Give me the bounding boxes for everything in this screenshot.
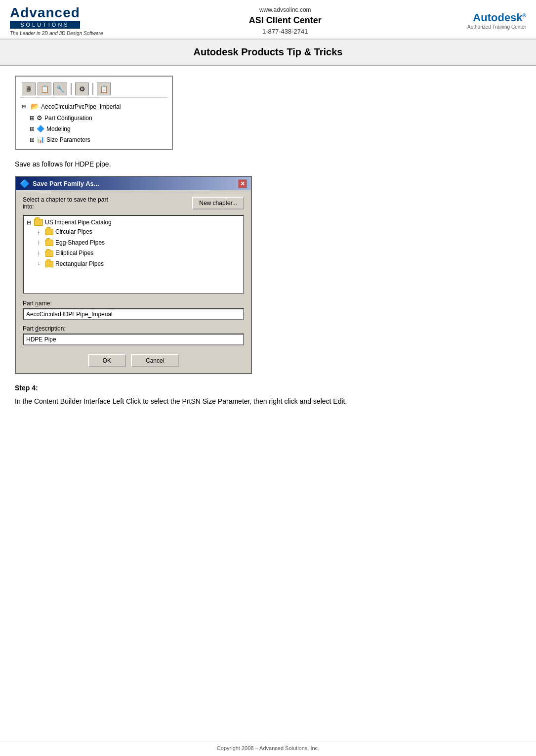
part-name-label: Part name: xyxy=(23,300,244,307)
dtree-child-label-elliptical: Elliptical Pipes xyxy=(55,248,93,259)
header-left: Advanced SOLUTIONS The Leader in 2D and … xyxy=(10,5,103,36)
dtree-root-label: US Imperial Pipe Catalog xyxy=(45,219,112,226)
dtree-children: ├ Circular Pipes ├ Egg-Shaped Pipes ├ El… xyxy=(27,227,240,269)
autodesk-sub: Authorized Training Center xyxy=(467,24,526,30)
tree-root-icon: 📂 xyxy=(31,101,39,113)
dtree-child-line-4: └ xyxy=(37,260,43,268)
website-url: www.advsolinc.com xyxy=(249,6,322,13)
instruction-text: Save as follows for HDPE pipe. xyxy=(15,160,521,168)
dtree-child-line-3: ├ xyxy=(37,250,43,257)
registered-mark: ® xyxy=(523,13,526,18)
dtree-child-line-2: ├ xyxy=(37,239,43,247)
dialog-footer: OK Cancel xyxy=(23,352,244,367)
dtree-root-folder-icon xyxy=(34,219,43,226)
tree-child-label-2: Modeling xyxy=(46,124,71,134)
footer-text: Copyright 2008 – Advanced Solutions, Inc… xyxy=(217,745,319,751)
tree-expand-icon: ⊟ xyxy=(22,102,29,111)
dialog-titlebar-left: 🔷 Save Part Family As... xyxy=(20,179,99,188)
autodesk-brand-text: Autodesk xyxy=(473,11,522,24)
dialog-body: Select a chapter to save the part into: … xyxy=(16,190,251,373)
dialog-select-row: Select a chapter to save the part into: … xyxy=(23,196,244,210)
tree-child-part-config[interactable]: ⊞ ⚙ Part Configuration xyxy=(30,113,168,124)
autodesk-logo: Autodesk® Authorized Training Center xyxy=(467,11,526,30)
dialog-titlebar: 🔷 Save Part Family As... ✕ xyxy=(16,177,251,190)
advanced-logo: Advanced SOLUTIONS xyxy=(10,5,80,29)
tree-child-modeling[interactable]: ⊞ 🔷 Modeling xyxy=(30,124,168,134)
toolbar-btn-1[interactable]: 🖥 xyxy=(22,83,36,95)
dtree-child-rectangular[interactable]: └ Rectangular Pipes xyxy=(37,259,240,270)
phone-number: 1-877-438-2741 xyxy=(249,28,322,35)
toolbar-btn-3[interactable]: 🔧 xyxy=(53,83,67,95)
save-part-family-dialog: 🔷 Save Part Family As... ✕ Select a chap… xyxy=(15,176,252,374)
asi-title: ASI Client Center xyxy=(249,15,322,26)
dtree-root[interactable]: ⊟ US Imperial Pipe Catalog xyxy=(27,219,240,226)
tree-child-size-params[interactable]: ⊞ 📊 Size Parameters xyxy=(30,134,168,145)
dtree-child-egg[interactable]: ├ Egg-Shaped Pipes xyxy=(37,238,240,249)
tree-toolbar: 🖥 📋 🔧 ⚙ 📋 xyxy=(20,81,168,98)
toolbar-btn-5[interactable]: 📋 xyxy=(97,83,111,95)
cancel-button[interactable]: Cancel xyxy=(131,354,179,367)
modeling-icon: 🔷 xyxy=(37,124,44,134)
step4-text: In the Content Builder Interface Left Cl… xyxy=(15,396,521,407)
folder-icon-egg xyxy=(45,240,53,246)
part-description-label: Part description: xyxy=(23,325,244,332)
dtree-child-label-egg: Egg-Shaped Pipes xyxy=(55,238,105,249)
folder-icon-rectangular xyxy=(45,261,53,267)
tree-root-label: AeccCircularPvcPipe_Imperial xyxy=(41,102,121,112)
part-name-field[interactable]: AeccCircularHDPEPipe_Imperial xyxy=(23,308,244,320)
dtree-child-line-1: ├ xyxy=(37,228,43,236)
dialog-app-icon: 🔷 xyxy=(20,179,30,188)
dtree-child-circular[interactable]: ├ Circular Pipes xyxy=(37,227,240,238)
tree-root-item[interactable]: ⊟ 📂 AeccCircularPvcPipe_Imperial xyxy=(20,101,168,113)
folder-icon-elliptical xyxy=(45,251,53,257)
dtree-expand-icon: ⊟ xyxy=(27,219,31,226)
part-config-icon: ⚙ xyxy=(37,113,42,124)
dtree-child-elliptical[interactable]: ├ Elliptical Pipes xyxy=(37,248,240,259)
folder-icon-circular xyxy=(45,229,53,235)
page-title: Autodesk Products Tip & Tricks xyxy=(0,46,536,58)
size-params-icon: 📊 xyxy=(37,134,44,145)
ok-button[interactable]: OK xyxy=(88,354,126,367)
solutions-bar: SOLUTIONS xyxy=(10,21,80,29)
tree-children: ⊞ ⚙ Part Configuration ⊞ 🔷 Modeling ⊞ 📊 … xyxy=(20,113,168,145)
logo-tagline: The Leader in 2D and 3D Design Software xyxy=(10,31,103,36)
part-description-field[interactable]: HDPE Pipe xyxy=(23,334,244,345)
header: Advanced SOLUTIONS The Leader in 2D and … xyxy=(0,0,536,40)
dialog-close-button[interactable]: ✕ xyxy=(238,179,247,188)
toolbar-separator xyxy=(71,83,72,95)
dtree-child-label-rectangular: Rectangular Pipes xyxy=(55,259,104,270)
header-right: Autodesk® Authorized Training Center xyxy=(467,11,526,30)
footer: Copyright 2008 – Advanced Solutions, Inc… xyxy=(0,742,536,751)
autodesk-brand: Autodesk® xyxy=(473,11,526,24)
main-content: 🖥 📋 🔧 ⚙ 📋 ⊟ 📂 AeccCircularPvcPipe_Imperi… xyxy=(0,66,536,424)
page-title-bar: Autodesk Products Tip & Tricks xyxy=(0,40,536,66)
step4-label: Step 4: xyxy=(15,384,521,392)
advanced-text: Advanced xyxy=(10,5,80,21)
header-center: www.advsolinc.com ASI Client Center 1-87… xyxy=(249,6,322,35)
dialog-tree-area: ⊟ US Imperial Pipe Catalog ├ Circular Pi… xyxy=(23,215,244,294)
toolbar-btn-2[interactable]: 📋 xyxy=(38,83,51,95)
expand-icon-2: ⊞ xyxy=(30,124,35,134)
tree-child-label-1: Part Configuration xyxy=(44,113,92,123)
tree-view-screenshot: 🖥 📋 🔧 ⚙ 📋 ⊟ 📂 AeccCircularPvcPipe_Imperi… xyxy=(15,76,173,150)
toolbar-btn-4[interactable]: ⚙ xyxy=(75,83,89,95)
toolbar-separator-2 xyxy=(92,83,93,95)
dialog-title-text: Save Part Family As... xyxy=(33,180,99,187)
expand-icon-1: ⊞ xyxy=(30,113,35,123)
dtree-child-label-circular: Circular Pipes xyxy=(55,227,92,238)
dialog-select-label: Select a chapter to save the part into: xyxy=(23,196,112,210)
new-chapter-button[interactable]: New chapter... xyxy=(192,197,244,210)
tree-child-label-3: Size Parameters xyxy=(46,135,90,145)
expand-icon-3: ⊞ xyxy=(30,135,35,145)
